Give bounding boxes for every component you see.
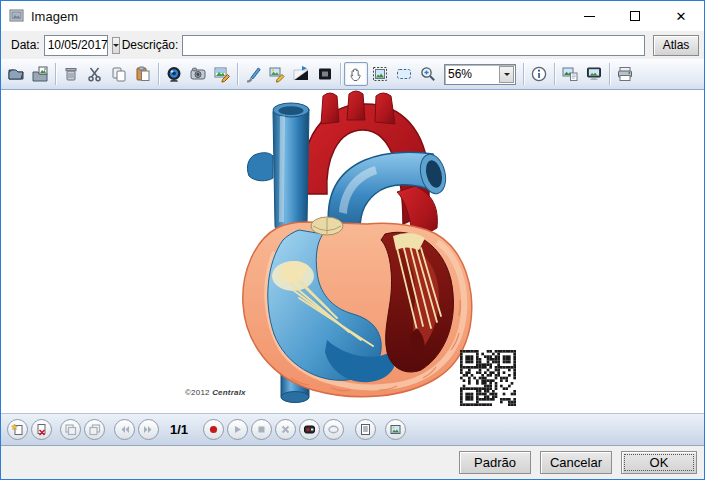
close-icon: ✕ xyxy=(676,10,687,23)
add-page-icon xyxy=(11,423,24,436)
copyright-brand: Centralx xyxy=(212,388,246,397)
first-page-button[interactable] xyxy=(114,419,135,440)
maximize-icon xyxy=(630,11,640,21)
image-canvas[interactable]: ©2012 Centralx xyxy=(1,90,704,413)
paste-icon xyxy=(134,65,152,83)
imagem-window: Imagem ✕ Data: 10/05/2017 Descrição: Atl… xyxy=(0,0,705,480)
printer-icon xyxy=(616,65,634,83)
trash-icon xyxy=(62,65,80,83)
photo-edit-icon xyxy=(213,65,231,83)
select-region-button[interactable] xyxy=(392,62,416,86)
notes-icon xyxy=(359,423,372,436)
atlas-button[interactable]: Atlas xyxy=(653,35,699,56)
record-button[interactable] xyxy=(203,419,224,440)
minimize-icon xyxy=(584,16,595,17)
brush-icon xyxy=(244,65,262,83)
camera-button[interactable] xyxy=(186,62,210,86)
image-edit-icon xyxy=(268,65,286,83)
select-image-button[interactable] xyxy=(368,62,392,86)
crop-button[interactable] xyxy=(313,62,337,86)
open-button[interactable] xyxy=(4,62,28,86)
video-capture-button[interactable] xyxy=(299,419,320,440)
toolbar-separator xyxy=(340,63,341,85)
rewind-icon xyxy=(118,423,131,436)
toolbar-separator xyxy=(523,63,524,85)
close-button[interactable]: ✕ xyxy=(658,1,704,31)
toolbar-separator xyxy=(55,63,56,85)
play-icon xyxy=(231,423,244,436)
copy-image-button[interactable] xyxy=(558,62,582,86)
monitor-image-icon xyxy=(585,65,603,83)
zoom-tool-button[interactable] xyxy=(416,62,440,86)
scissors-icon xyxy=(86,65,104,83)
toolbar-separator xyxy=(554,63,555,85)
toolbar-separator xyxy=(609,63,610,85)
cut-button[interactable] xyxy=(83,62,107,86)
previous-image-button[interactable] xyxy=(60,419,81,440)
copy-image-icon xyxy=(561,65,579,83)
record-icon xyxy=(207,423,220,436)
next-image-icon xyxy=(88,423,101,436)
picture-icon xyxy=(389,423,402,436)
copyright-year: ©2012 xyxy=(185,388,210,397)
date-dropdown-arrow-icon[interactable] xyxy=(112,37,120,54)
paste-button[interactable] xyxy=(131,62,155,86)
next-image-button[interactable] xyxy=(84,419,105,440)
webcam-icon xyxy=(165,65,183,83)
contrast-button[interactable] xyxy=(289,62,313,86)
info-button[interactable] xyxy=(527,62,551,86)
cancelar-button[interactable]: Cancelar xyxy=(540,451,612,474)
copyright-text: ©2012 Centralx xyxy=(185,388,246,397)
contrast-icon xyxy=(292,65,310,83)
toolbar-separator xyxy=(237,63,238,85)
webcam-button[interactable] xyxy=(162,62,186,86)
titlebar: Imagem ✕ xyxy=(1,1,704,31)
monitor-preview-button[interactable] xyxy=(582,62,606,86)
ellipse-tool-button[interactable] xyxy=(323,419,344,440)
add-page-button[interactable] xyxy=(7,419,28,440)
zoom-combobox[interactable]: 56% xyxy=(444,64,516,85)
photo-edit-button[interactable] xyxy=(210,62,234,86)
camera-icon xyxy=(189,65,207,83)
stop-icon xyxy=(255,423,268,436)
date-value: 10/05/2017 xyxy=(45,38,111,52)
notes-button[interactable] xyxy=(355,419,376,440)
window-image-icon xyxy=(9,8,25,24)
cancel-record-button[interactable] xyxy=(275,419,296,440)
stop-button[interactable] xyxy=(251,419,272,440)
import-image-button[interactable] xyxy=(28,62,52,86)
toolbar-separator xyxy=(158,63,159,85)
print-button[interactable] xyxy=(613,62,637,86)
brush-button[interactable] xyxy=(241,62,265,86)
delete-button[interactable] xyxy=(59,62,83,86)
form-row: Data: 10/05/2017 Descrição: Atlas xyxy=(1,31,704,59)
date-combobox[interactable]: 10/05/2017 xyxy=(44,35,108,56)
pager-bar: 1/1 xyxy=(1,413,704,446)
date-label: Data: xyxy=(11,38,40,52)
copy-button[interactable] xyxy=(107,62,131,86)
zoom-dropdown-arrow-icon[interactable] xyxy=(499,66,514,83)
open-folder-icon xyxy=(7,65,25,83)
description-input[interactable] xyxy=(182,35,645,56)
picture-button[interactable] xyxy=(385,419,406,440)
info-icon xyxy=(530,65,548,83)
video-capture-icon xyxy=(303,423,316,436)
crop-frame-icon xyxy=(316,65,334,83)
padrao-button[interactable]: Padrão xyxy=(459,451,531,474)
import-image-icon xyxy=(31,65,49,83)
zoom-in-magnifier-icon xyxy=(419,65,437,83)
last-page-button[interactable] xyxy=(138,419,159,440)
previous-image-icon xyxy=(64,423,77,436)
minimize-button[interactable] xyxy=(566,1,612,31)
select-image-icon xyxy=(371,65,389,83)
maximize-button[interactable] xyxy=(612,1,658,31)
play-button[interactable] xyxy=(227,419,248,440)
ok-button[interactable]: OK xyxy=(621,451,697,474)
copy-icon xyxy=(110,65,128,83)
delete-page-button[interactable] xyxy=(31,419,52,440)
pan-tool-button[interactable] xyxy=(344,62,368,86)
forward-icon xyxy=(142,423,155,436)
cancel-icon xyxy=(279,423,292,436)
page-indicator: 1/1 xyxy=(170,422,188,437)
image-edit-button[interactable] xyxy=(265,62,289,86)
